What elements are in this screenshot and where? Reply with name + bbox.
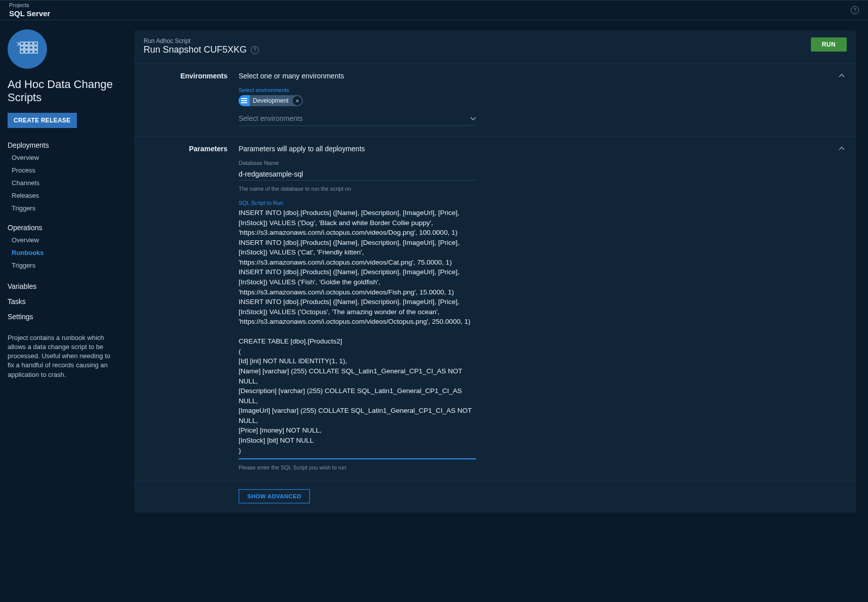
- panel-title-text: Run Snapshot CUF5XKG: [144, 45, 247, 55]
- db-name-label: Database Name: [239, 160, 476, 166]
- svg-rect-7: [34, 46, 37, 49]
- svg-rect-6: [29, 46, 33, 49]
- svg-rect-9: [25, 50, 28, 53]
- env-select-placeholder: Select environments: [239, 114, 303, 122]
- project-logo: [8, 29, 47, 69]
- sql-hint: Please enter the SQL Script you wish to …: [239, 464, 476, 470]
- env-field-label: Select environments: [239, 87, 476, 93]
- nav-header-deployments[interactable]: Deployments: [8, 139, 118, 151]
- sql-script-input[interactable]: INSERT INTO [dbo].[Products] ([Name], [D…: [239, 208, 476, 459]
- svg-rect-10: [29, 50, 33, 53]
- nav-item-tasks[interactable]: Tasks: [8, 294, 118, 309]
- collapse-chevron-icon[interactable]: [838, 145, 846, 153]
- collapse-chevron-icon[interactable]: [838, 72, 846, 80]
- environment-icon: [239, 95, 250, 106]
- svg-rect-13: [241, 100, 247, 101]
- nav-item-channels[interactable]: Channels: [8, 177, 118, 189]
- svg-rect-1: [25, 42, 28, 45]
- nav-item-runbooks[interactable]: Runbooks: [8, 246, 118, 259]
- environments-section: Environments Select one or many environm…: [134, 64, 856, 137]
- environments-subtitle: Select one or many environments: [239, 72, 476, 80]
- parameters-section: Parameters Parameters will apply to all …: [134, 137, 856, 481]
- nav-item-triggers[interactable]: Triggers: [8, 202, 118, 214]
- svg-rect-3: [34, 42, 37, 45]
- svg-rect-5: [25, 46, 28, 49]
- run-panel: Run Adhoc Script Run Snapshot CUF5XKG ? …: [134, 30, 856, 512]
- nav-item-releases[interactable]: Releases: [8, 189, 118, 202]
- svg-rect-14: [241, 102, 247, 103]
- env-chips: Development ✕: [239, 95, 476, 106]
- info-icon[interactable]: ?: [251, 46, 259, 54]
- sidebar: Ad Hoc Data Change Scripts CREATE RELEAS…: [0, 20, 125, 602]
- help-icon[interactable]: ?: [851, 6, 859, 14]
- parameters-label: Parameters: [144, 145, 239, 470]
- nav-item-overview[interactable]: Overview: [8, 151, 118, 164]
- project-description: Project contains a runbook which allows …: [8, 333, 118, 379]
- parameters-subtitle: Parameters will apply to all deployments: [239, 145, 476, 153]
- nav-item-process[interactable]: Process: [8, 164, 118, 177]
- svg-rect-11: [34, 50, 37, 53]
- nav-section-deployments: Deployments Overview Process Channels Re…: [8, 139, 118, 214]
- create-release-button[interactable]: CREATE RELEASE: [8, 113, 77, 128]
- svg-rect-12: [241, 98, 247, 99]
- panel-title: Run Snapshot CUF5XKG ?: [144, 45, 259, 55]
- svg-rect-8: [20, 50, 24, 53]
- db-name-hint: The name of the database to run the scri…: [239, 186, 476, 192]
- nav-header-operations[interactable]: Operations: [8, 222, 118, 234]
- run-button[interactable]: RUN: [811, 37, 847, 52]
- panel-subtitle: Run Adhoc Script: [144, 37, 259, 45]
- breadcrumb-parent[interactable]: Projects: [9, 2, 50, 9]
- chip-remove-icon[interactable]: ✕: [293, 96, 302, 105]
- nav-section-operations: Operations Overview Runbooks Triggers: [8, 222, 118, 272]
- env-select[interactable]: Select environments: [239, 111, 476, 126]
- show-advanced-button[interactable]: SHOW ADVANCED: [239, 489, 310, 503]
- nav-item-op-triggers[interactable]: Triggers: [8, 259, 118, 272]
- topbar: Projects SQL Server ?: [0, 0, 868, 20]
- sql-label: SQL Script to Run: [239, 200, 476, 206]
- svg-rect-0: [20, 42, 24, 45]
- svg-rect-4: [20, 46, 24, 49]
- grid-icon: [16, 41, 38, 57]
- project-title: Ad Hoc Data Change Scripts: [8, 78, 118, 105]
- svg-rect-2: [29, 42, 33, 45]
- main-content: Run Adhoc Script Run Snapshot CUF5XKG ? …: [125, 20, 868, 602]
- breadcrumb: Projects SQL Server: [9, 2, 50, 18]
- nav-item-variables[interactable]: Variables: [8, 279, 118, 294]
- db-name-input[interactable]: [239, 168, 476, 181]
- page-title: SQL Server: [9, 9, 50, 18]
- nav-item-op-overview[interactable]: Overview: [8, 234, 118, 246]
- nav-item-settings[interactable]: Settings: [8, 309, 118, 324]
- show-advanced-row: SHOW ADVANCED: [134, 481, 856, 512]
- panel-header: Run Adhoc Script Run Snapshot CUF5XKG ? …: [134, 30, 856, 64]
- chevron-down-icon: [470, 114, 476, 122]
- env-chip-label: Development: [250, 97, 293, 104]
- env-chip-development: Development ✕: [239, 95, 303, 106]
- environments-label: Environments: [144, 72, 239, 126]
